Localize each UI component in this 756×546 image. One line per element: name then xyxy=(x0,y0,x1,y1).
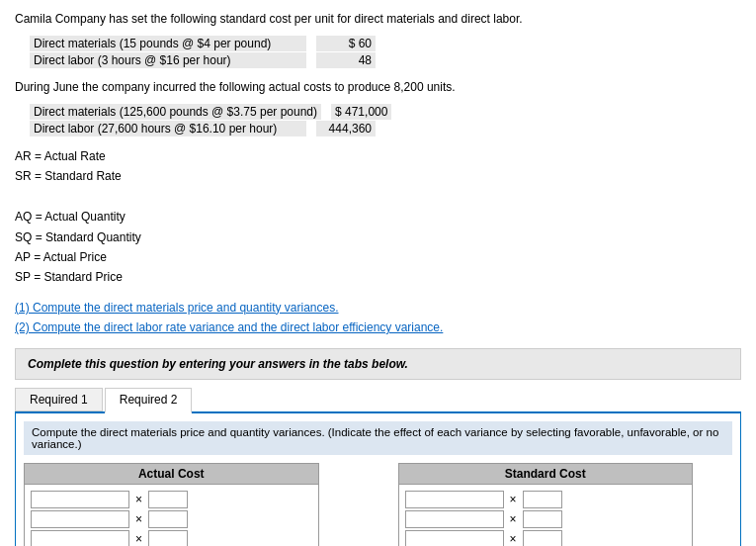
standard-row-1: × xyxy=(405,491,687,508)
actual-row-3: × xyxy=(31,530,312,546)
actual-input-1a[interactable] xyxy=(31,491,129,508)
actual-materials-label: Direct materials (125,600 pounds @ $3.75… xyxy=(30,104,321,120)
materials-standard-value: $ 60 xyxy=(316,36,376,51)
standard-input-3b[interactable] xyxy=(523,530,562,546)
standard-input-1b[interactable] xyxy=(523,491,562,508)
standard-input-3a[interactable] xyxy=(405,530,504,546)
instruction-text: Complete this question by entering your … xyxy=(28,357,408,371)
actual-row-1: × xyxy=(31,491,312,508)
actual-cost-table: Direct materials (125,600 pounds @ $3.75… xyxy=(30,104,741,136)
instruction-box: Complete this question by entering your … xyxy=(15,348,741,380)
actual-materials-row: Direct materials (125,600 pounds @ $3.75… xyxy=(30,104,741,120)
actual-input-1b[interactable] xyxy=(148,491,188,508)
standard-cost-header: Standard Cost xyxy=(399,464,693,485)
actual-labor-value: 444,360 xyxy=(316,121,376,136)
ar-abbrev: AR = Actual Rate xyxy=(15,146,741,166)
actual-cost-panel: Actual Cost × × × $ xyxy=(24,463,319,546)
actual-materials-value: $ 471,000 xyxy=(331,104,391,120)
question-1: (1) Compute the direct materials price a… xyxy=(15,298,741,318)
intro-line1: Camila Company has set the following sta… xyxy=(15,10,741,28)
actual-labor-row: Direct labor (27,600 hours @ $16.10 per … xyxy=(30,121,741,136)
tabs-row: Required 1 Required 2 xyxy=(15,388,741,413)
actual-cost-rows: × × × $ 0 xyxy=(25,485,318,546)
labor-standard-value: 48 xyxy=(316,52,376,68)
tab-required2[interactable]: Required 2 xyxy=(105,388,193,413)
labor-standard-label: Direct labor (3 hours @ $16 per hour) xyxy=(30,52,306,68)
sp-abbrev: SP = Standard Price xyxy=(15,267,741,287)
standard-cost-table: Direct materials (15 pounds @ $4 per pou… xyxy=(30,36,741,68)
actual-cost-header: Actual Cost xyxy=(25,464,318,485)
q1-text: (1) Compute the direct materials price a… xyxy=(15,301,339,315)
variance-section: Actual Cost × × × $ xyxy=(24,463,732,546)
actual-input-2b[interactable] xyxy=(148,510,188,528)
actual-row-2: × xyxy=(31,510,312,528)
spacer-panel xyxy=(329,463,388,546)
right-spacer xyxy=(703,463,732,546)
actual-input-3b[interactable] xyxy=(148,530,188,546)
compute-instruction: Compute the direct materials price and q… xyxy=(24,421,732,455)
aq-abbrev: AQ = Actual Quantity xyxy=(15,207,741,227)
standard-cost-panel: Standard Cost × × × $ xyxy=(398,463,694,546)
abbreviations-block: AR = Actual Rate SR = Standard Rate AQ =… xyxy=(15,146,741,288)
actual-input-2a[interactable] xyxy=(31,510,129,528)
q2-text: (2) Compute the direct labor rate varian… xyxy=(15,320,443,334)
standard-input-2b[interactable] xyxy=(523,510,562,528)
standard-cost-rows: × × × $ 0 xyxy=(399,485,693,546)
questions-block: (1) Compute the direct materials price a… xyxy=(15,298,741,338)
actual-costs-intro: During June the company incurred the fol… xyxy=(15,78,741,96)
materials-standard-row: Direct materials (15 pounds @ $4 per pou… xyxy=(30,36,741,51)
sq-abbrev: SQ = Standard Quantity xyxy=(15,228,741,247)
labor-standard-row: Direct labor (3 hours @ $16 per hour) 48 xyxy=(30,52,741,68)
actual-labor-label: Direct labor (27,600 hours @ $16.10 per … xyxy=(30,121,306,136)
standard-row-3: × xyxy=(405,530,687,546)
standard-input-2a[interactable] xyxy=(405,510,504,528)
actual-input-3a[interactable] xyxy=(31,530,129,546)
tab-content: Compute the direct materials price and q… xyxy=(15,413,741,546)
tab-required1[interactable]: Required 1 xyxy=(15,388,103,411)
standard-input-1a[interactable] xyxy=(405,491,504,508)
standard-row-2: × xyxy=(405,510,687,528)
question-2: (2) Compute the direct labor rate varian… xyxy=(15,318,741,337)
materials-standard-label: Direct materials (15 pounds @ $4 per pou… xyxy=(30,36,306,51)
ap-abbrev: AP = Actual Price xyxy=(15,247,741,267)
sr-abbrev: SR = Standard Rate xyxy=(15,166,741,186)
